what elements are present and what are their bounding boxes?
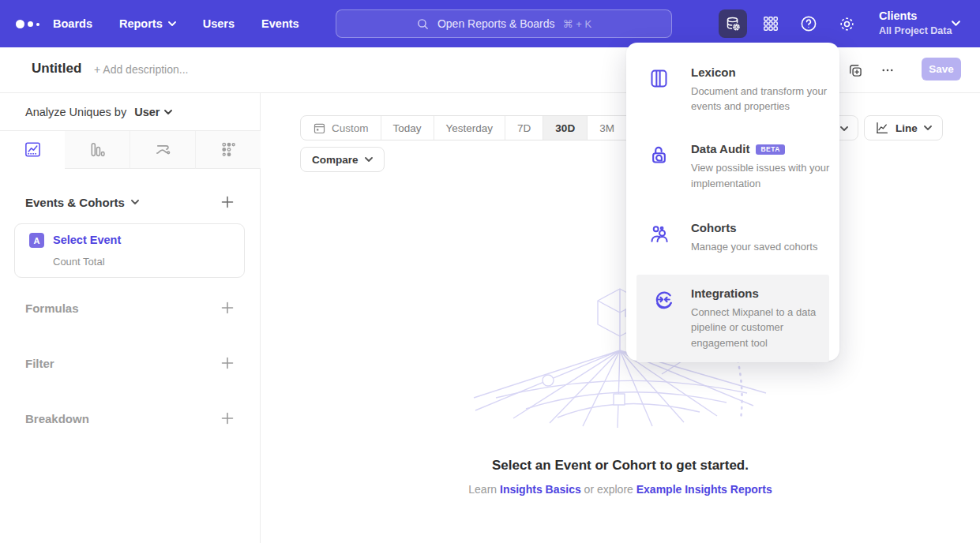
cohorts-title: Cohorts: [691, 221, 737, 235]
data-management-menu: Lexicon Document and transform your even…: [626, 43, 839, 361]
menu-item-integrations[interactable]: Integrations Connect Mixpanel to a data …: [636, 275, 829, 362]
integrations-icon: [636, 286, 691, 350]
ellipsis-icon: [880, 63, 895, 77]
analyze-row: Analyze Uniques by User: [0, 93, 261, 131]
chevron-down-icon: [365, 157, 373, 162]
compare-label: Compare: [312, 154, 359, 166]
formulas-label: Formulas: [25, 301, 79, 315]
insights-basics-link[interactable]: Insights Basics: [500, 483, 581, 496]
range-3m-label: 3M: [599, 122, 614, 134]
add-formula-button[interactable]: [221, 301, 234, 314]
breakdown-section: Breakdown: [0, 406, 261, 431]
help-button[interactable]: [794, 9, 823, 38]
chart-type-tabs: [0, 131, 261, 169]
data-audit-description: View possible issues with your implement…: [691, 160, 835, 190]
count-total-label[interactable]: Count Total: [53, 256, 105, 268]
query-builder-sidebar: Analyze Uniques by User: [0, 93, 261, 543]
beta-badge: BETA: [756, 144, 785, 155]
report-title[interactable]: Untitled: [32, 61, 81, 77]
analyze-by-dropdown[interactable]: User: [134, 106, 172, 118]
add-event-button[interactable]: [221, 196, 234, 208]
nav-reports[interactable]: Reports: [119, 17, 176, 30]
project-name: Clients: [879, 8, 952, 24]
apps-grid-button[interactable]: [757, 9, 785, 38]
flow-icon: [154, 140, 172, 159]
save-button[interactable]: Save: [922, 58, 961, 81]
chevron-down-icon: [168, 21, 176, 26]
add-description-field[interactable]: + Add description...: [94, 63, 188, 76]
book-icon: [626, 66, 691, 114]
learn-prefix: Learn: [468, 483, 497, 496]
tab-bar-chart[interactable]: [65, 131, 130, 169]
mixpanel-logo-icon[interactable]: [16, 20, 39, 28]
search-placeholder: Open Reports & Boards: [437, 17, 555, 30]
duplicate-icon: [847, 62, 863, 78]
select-event-label[interactable]: Select Event: [53, 234, 121, 246]
nav-users-label: Users: [203, 17, 235, 30]
cohorts-icon: [626, 221, 691, 254]
chart-style-label: Line: [896, 122, 918, 134]
data-management-button[interactable]: [719, 9, 747, 38]
nav-users[interactable]: Users: [203, 17, 235, 30]
chevron-down-icon: [840, 126, 848, 131]
tab-metrics-grid[interactable]: [195, 131, 261, 169]
or-explore-text: or explore: [584, 483, 633, 496]
bar-chart-icon: [88, 140, 107, 159]
breakdown-label: Breakdown: [25, 412, 89, 425]
top-navbar: Boards Reports Users Events Open Reports…: [0, 0, 980, 47]
chevron-down-icon: [164, 110, 172, 114]
line-chart-icon: [24, 140, 42, 159]
chevron-down-icon: [131, 200, 139, 204]
calendar-icon: [313, 122, 326, 135]
project-selector[interactable]: Clients All Project Data: [879, 8, 952, 38]
lexicon-title: Lexicon: [691, 66, 736, 80]
select-event-card[interactable]: A Select Event Count Total: [14, 223, 245, 278]
events-cohorts-label: Events & Cohorts: [25, 196, 125, 209]
gear-icon: [838, 15, 856, 33]
settings-button[interactable]: [832, 9, 861, 38]
events-cohorts-dropdown[interactable]: Events & Cohorts: [25, 196, 139, 209]
range-custom[interactable]: Custom: [301, 116, 381, 140]
range-3m[interactable]: 3M: [587, 116, 626, 140]
database-gear-icon: [724, 15, 742, 32]
compare-dropdown[interactable]: Compare: [300, 147, 385, 172]
empty-state-heading: Select an Event or Cohort to get started…: [261, 458, 980, 474]
nav-boards[interactable]: Boards: [53, 17, 92, 30]
add-breakdown-button[interactable]: [221, 412, 234, 425]
metrics-grid-icon: [220, 140, 238, 159]
nav-reports-label: Reports: [119, 17, 163, 30]
range-30d[interactable]: 30D: [543, 116, 587, 140]
event-series-badge: A: [29, 233, 44, 248]
range-today-label: Today: [393, 122, 422, 134]
range-today[interactable]: Today: [381, 116, 434, 140]
range-custom-label: Custom: [332, 122, 369, 134]
search-icon: [416, 17, 430, 31]
lexicon-description: Document and transform your events and p…: [691, 84, 835, 114]
line-chart-axis-icon: [875, 121, 889, 135]
duplicate-report-button[interactable]: [844, 59, 866, 81]
chevron-down-icon: [924, 125, 932, 130]
chevron-down-icon: [952, 21, 960, 26]
tab-flow-chart[interactable]: [130, 131, 195, 169]
range-30d-label: 30D: [555, 122, 575, 134]
filter-label: Filter: [25, 357, 54, 370]
add-filter-button[interactable]: [221, 357, 234, 369]
example-insights-reports-link[interactable]: Example Insights Reports: [636, 483, 772, 496]
grid-icon: [762, 15, 779, 32]
chart-style-dropdown[interactable]: Line: [864, 115, 943, 140]
menu-item-data-audit[interactable]: Data Audit BETA View possible issues wit…: [626, 142, 839, 190]
analyze-by-value: User: [134, 106, 160, 118]
range-7d[interactable]: 7D: [505, 116, 543, 140]
tab-line-chart[interactable]: [0, 131, 65, 169]
date-range-control: Custom Today Yesterday 7D 30D 3M 6M: [300, 115, 666, 140]
formulas-section: Formulas: [0, 295, 261, 320]
menu-item-lexicon[interactable]: Lexicon Document and transform your even…: [626, 66, 839, 114]
global-search-input[interactable]: Open Reports & Boards ⌘ + K: [336, 9, 672, 38]
range-yesterday-label: Yesterday: [446, 122, 494, 134]
menu-item-cohorts[interactable]: Cohorts Manage your saved cohorts: [626, 221, 839, 254]
more-options-button[interactable]: [877, 59, 899, 81]
cohorts-description: Manage your saved cohorts: [691, 239, 835, 254]
range-yesterday[interactable]: Yesterday: [434, 116, 505, 140]
nav-events[interactable]: Events: [261, 17, 299, 30]
main-nav: Boards Reports Users Events: [53, 0, 299, 47]
